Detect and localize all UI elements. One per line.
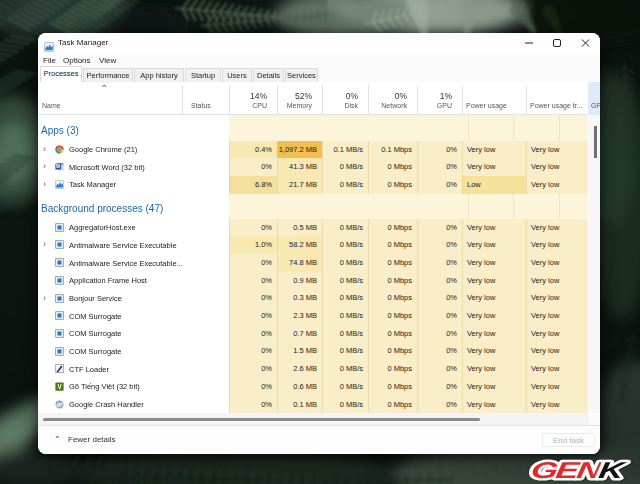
- svg-text:GENK: GENK: [529, 456, 629, 482]
- svg-text:V: V: [57, 383, 62, 390]
- svg-text:W: W: [56, 165, 61, 170]
